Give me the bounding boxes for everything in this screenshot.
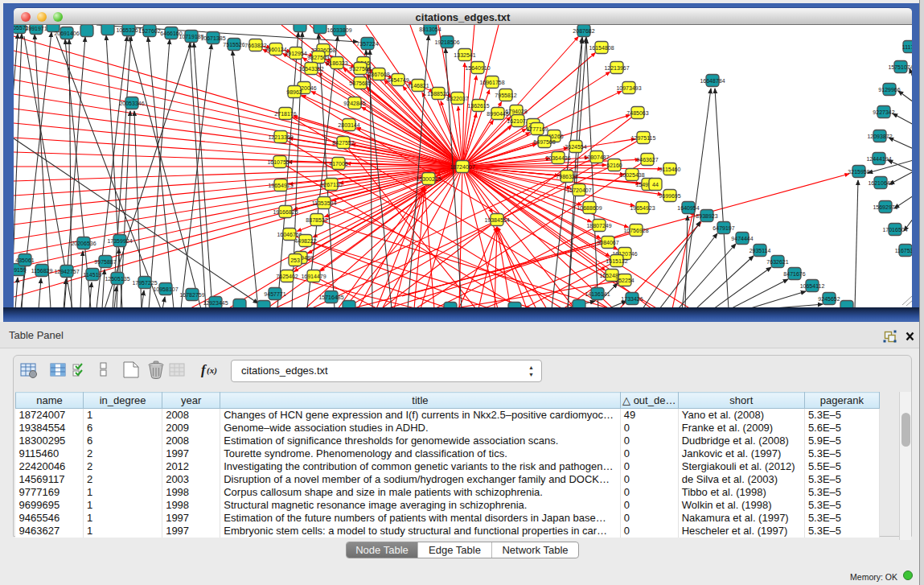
svg-text:8878532: 8878532 <box>306 217 327 223</box>
svg-text:16914479: 16914479 <box>301 274 326 279</box>
svg-text:9115460: 9115460 <box>659 167 681 172</box>
svg-text:16107554: 16107554 <box>267 159 292 165</box>
svg-text:12444194: 12444194 <box>866 156 891 162</box>
svg-text:(x): (x) <box>207 365 217 376</box>
svg-text:435061: 435061 <box>15 257 34 263</box>
svg-text:20206536: 20206536 <box>71 241 96 246</box>
svg-text:417006: 417006 <box>329 161 347 167</box>
svg-text:2087682: 2087682 <box>573 28 594 34</box>
svg-text:6497568: 6497568 <box>533 139 555 145</box>
svg-text:9699695: 9699695 <box>659 193 680 199</box>
svg-text:16033809: 16033809 <box>326 27 351 33</box>
svg-text:9129966: 9129966 <box>878 87 900 93</box>
svg-text:1362615: 1362615 <box>467 103 489 109</box>
svg-text:7986322: 7986322 <box>556 174 577 179</box>
svg-text:18724007: 18724007 <box>450 164 474 170</box>
svg-text:12213369: 12213369 <box>268 134 293 140</box>
svg-text:1733426: 1733426 <box>621 296 643 302</box>
svg-text:16543362: 16543362 <box>298 66 323 72</box>
svg-text:8938923: 8938923 <box>696 213 717 219</box>
svg-text:9474444: 9474444 <box>731 236 753 241</box>
svg-text:9463627: 9463627 <box>636 157 658 163</box>
svg-text:9457771: 9457771 <box>264 291 285 297</box>
svg-text:17016504: 17016504 <box>882 227 907 233</box>
svg-text:15640910: 15640910 <box>465 65 490 71</box>
svg-text:16210643: 16210643 <box>868 180 893 186</box>
svg-text:17957225: 17957225 <box>132 280 157 286</box>
svg-text:1621072: 1621072 <box>507 118 528 124</box>
svg-text:6794028: 6794028 <box>505 109 527 114</box>
svg-text:1527602: 1527602 <box>138 28 160 34</box>
svg-text:15720407: 15720407 <box>566 187 591 193</box>
svg-text:44: 44 <box>652 182 659 187</box>
svg-text:12505135: 12505135 <box>105 276 129 282</box>
svg-text:10756928: 10756928 <box>623 228 648 233</box>
svg-text:7625402: 7625402 <box>276 274 298 279</box>
svg-text:2803144: 2803144 <box>338 122 359 128</box>
svg-text:8427552: 8427552 <box>332 140 354 146</box>
svg-text:2867608: 2867608 <box>368 72 389 77</box>
svg-text:11353594: 11353594 <box>312 200 337 206</box>
svg-text:9084067: 9084067 <box>597 240 618 245</box>
svg-text:9827503: 9827503 <box>307 55 329 60</box>
svg-text:5875685: 5875685 <box>349 80 371 86</box>
svg-text:8186323: 8186323 <box>326 60 347 66</box>
svg-text:1332541: 1332541 <box>454 52 475 58</box>
svg-text:16154808: 16154808 <box>589 45 614 51</box>
svg-text:11172: 11172 <box>902 44 912 50</box>
svg-text:62160: 62160 <box>606 163 622 168</box>
svg-text:9777169: 9777169 <box>526 126 548 132</box>
svg-text:8454749: 8454749 <box>387 77 409 83</box>
svg-text:39159: 39159 <box>14 267 27 273</box>
svg-text:1615132: 1615132 <box>606 258 627 264</box>
svg-text:9245652: 9245652 <box>818 296 840 302</box>
svg-text:8471676: 8471676 <box>783 271 805 277</box>
svg-text:16961758: 16961758 <box>479 80 504 85</box>
svg-text:8813054: 8813054 <box>419 27 441 32</box>
svg-text:15300215: 15300215 <box>416 176 441 182</box>
svg-text:1156829: 1156829 <box>31 268 53 274</box>
svg-text:20053346: 20053346 <box>119 101 144 106</box>
svg-text:10025438: 10025438 <box>619 172 644 178</box>
svg-text:20691406: 20691406 <box>54 31 79 36</box>
svg-text:7663822: 7663822 <box>244 43 266 48</box>
svg-text:19384554: 19384554 <box>484 217 509 223</box>
svg-text:7515526: 7515526 <box>223 42 244 47</box>
svg-text:6479197: 6479197 <box>713 225 734 231</box>
svg-text:8267130: 8267130 <box>320 182 342 187</box>
svg-text:18807249: 18807249 <box>586 223 611 229</box>
svg-text:15751074: 15751074 <box>888 64 912 70</box>
svg-text:1167533: 1167533 <box>895 248 912 253</box>
svg-text:12975115: 12975115 <box>631 135 656 141</box>
svg-text:253: 253 <box>290 257 300 263</box>
svg-text:19654913: 19654913 <box>268 183 293 188</box>
svg-text:9660124: 9660124 <box>265 47 286 52</box>
svg-text:12093872: 12093872 <box>867 134 892 139</box>
svg-text:7485063: 7485063 <box>626 110 648 116</box>
svg-text:2935114: 2935114 <box>749 248 771 253</box>
svg-text:16046766: 16046766 <box>277 232 302 237</box>
svg-text:8912954: 8912954 <box>285 51 306 56</box>
svg-text:1640954: 1640954 <box>677 205 699 211</box>
svg-text:12923445: 12923445 <box>203 300 228 306</box>
svg-text:9975887: 9975887 <box>94 259 116 265</box>
svg-text:16782759: 16782759 <box>179 292 204 298</box>
svg-text:10654112: 10654112 <box>800 283 825 289</box>
svg-text:9327508: 9327508 <box>349 66 371 72</box>
svg-text:7357224: 7357224 <box>356 41 378 47</box>
svg-text:10653267: 10653267 <box>116 27 141 33</box>
svg-text:10807487: 10807487 <box>584 154 609 160</box>
svg-text:3215958: 3215958 <box>848 169 869 175</box>
svg-text:15692971: 15692971 <box>873 204 897 210</box>
svg-text:19218506: 19218506 <box>434 39 459 45</box>
svg-text:3624554: 3624554 <box>565 144 586 150</box>
svg-text:15716485: 15716485 <box>318 295 343 300</box>
svg-text:10688609: 10688609 <box>577 205 602 211</box>
svg-text:252254: 252254 <box>615 278 634 283</box>
svg-text:12213967: 12213967 <box>604 65 629 71</box>
svg-text:9242845: 9242845 <box>343 101 365 106</box>
svg-text:4498222: 4498222 <box>294 238 316 244</box>
svg-text:2991971: 2991971 <box>25 26 47 31</box>
svg-text:12942757: 12942757 <box>54 269 79 274</box>
svg-text:2718176: 2718176 <box>274 111 296 117</box>
